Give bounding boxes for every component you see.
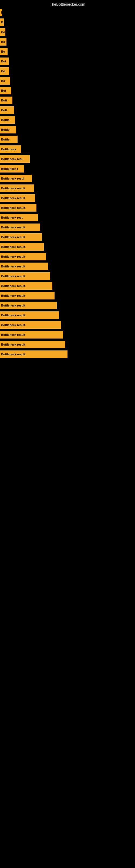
bar-row: B xyxy=(0,8,135,18)
bar-item: Bottleneck result xyxy=(0,262,48,270)
bar-label: Bottleneck result xyxy=(1,236,25,239)
bar-item: Bottleneck result xyxy=(0,272,50,280)
bar-item: Bot xyxy=(0,58,9,65)
bar-label: Bottleneck result xyxy=(1,314,25,317)
bar-row: Bottleneck result xyxy=(0,291,135,301)
bar-row: Bottle xyxy=(0,134,135,144)
bar-item: Bott xyxy=(0,106,14,114)
bar-row: Bottleneck resul xyxy=(0,174,135,183)
bar-label: Bott xyxy=(1,108,7,112)
bar-label: Bo xyxy=(1,50,5,53)
bar-label: Bottleneck xyxy=(1,148,16,151)
bar-row: Bottleneck result xyxy=(0,301,135,310)
bars-container: BBBoBoBoBotBoBoBotBottBottBottleBottleBo… xyxy=(0,8,135,359)
bar-label: Bottle xyxy=(1,118,9,122)
bar-item: Bottle xyxy=(0,126,16,133)
bar-row: Bottleneck result xyxy=(0,222,135,232)
bar-item: Bottleneck result xyxy=(0,331,63,339)
bar-item: Bottleneck result xyxy=(0,223,40,231)
bar-item: B xyxy=(0,9,2,16)
bar-row: Bottleneck resu xyxy=(0,154,135,164)
bar-label: Bottleneck resul xyxy=(1,177,24,180)
bar-item: Bottleneck result xyxy=(0,350,68,358)
bar-label: Bottleneck result xyxy=(1,352,25,356)
bar-item: Bottleneck resul xyxy=(0,175,32,182)
bar-item: Bottleneck xyxy=(0,145,21,153)
bar-label: Bottleneck result xyxy=(1,206,25,209)
bar-label: Bo xyxy=(1,79,5,83)
bar-label: Bottleneck result xyxy=(1,294,25,297)
bar-row: Bo xyxy=(0,46,135,56)
bar-label: Bottleneck result xyxy=(1,323,25,327)
bar-item: Bottle xyxy=(0,135,17,143)
bar-row: B xyxy=(0,18,135,27)
bar-item: Bottleneck result xyxy=(0,321,61,329)
bar-label: Bott xyxy=(1,99,7,102)
bar-item: Bottleneck result xyxy=(0,194,35,202)
bar-label: Bottleneck result xyxy=(1,275,25,278)
bar-item: Bo xyxy=(0,48,8,55)
bar-label: Bottle xyxy=(1,128,9,131)
bar-item: Bo xyxy=(0,67,9,75)
bar-item: Bottleneck result xyxy=(0,204,37,212)
bar-row: Bottleneck result xyxy=(0,183,135,193)
bar-row: Bot xyxy=(0,86,135,95)
bar-item: Bottleneck result xyxy=(0,302,57,309)
bar-item: Bottleneck result xyxy=(0,282,52,290)
bar-row: Bottleneck result xyxy=(0,193,135,203)
bar-row: Bottleneck result xyxy=(0,310,135,320)
bar-item: Bottleneck result xyxy=(0,341,65,348)
bar-item: Bottle xyxy=(0,116,15,124)
bar-item: Bottleneck result xyxy=(0,243,44,251)
bar-label: Bottleneck result xyxy=(1,255,25,258)
bar-label: Bo xyxy=(1,30,5,34)
bar-item: Bottleneck resu xyxy=(0,155,30,163)
bar-label: Bot xyxy=(1,89,6,92)
bar-item: Bott xyxy=(0,97,12,104)
bar-label: B xyxy=(1,11,2,14)
bar-label: Bottleneck r xyxy=(1,167,18,170)
bar-label: Bottleneck result xyxy=(1,284,25,287)
bar-row: Bottleneck result xyxy=(0,349,135,359)
bar-item: B xyxy=(0,19,4,26)
bar-row: Bottleneck result xyxy=(0,242,135,252)
bar-label: Bottle xyxy=(1,138,9,141)
bar-row: Bottleneck result xyxy=(0,271,135,281)
bar-label: Bo xyxy=(1,40,5,43)
bar-row: Bottleneck result xyxy=(0,261,135,271)
bar-label: B xyxy=(1,21,3,24)
bar-label: Bottleneck result xyxy=(1,226,25,229)
bar-row: Bottleneck result xyxy=(0,320,135,330)
bar-label: Bottleneck result xyxy=(1,343,25,346)
bar-row: Bo xyxy=(0,76,135,86)
bar-row: Bottle xyxy=(0,125,135,134)
bar-row: Bottleneck result xyxy=(0,281,135,291)
bar-label: Bottleneck result xyxy=(1,333,25,336)
bar-item: Bo xyxy=(0,38,6,45)
bar-label: Bottleneck result xyxy=(1,196,25,199)
bar-label: Bottleneck result xyxy=(1,187,25,190)
bar-row: Bottleneck xyxy=(0,144,135,154)
bar-row: Bottle xyxy=(0,115,135,125)
bar-row: Bottleneck result xyxy=(0,252,135,261)
bar-item: Bo xyxy=(0,28,5,36)
bar-row: Bottleneck result xyxy=(0,232,135,242)
bar-item: Bottleneck r xyxy=(0,165,24,173)
bar-label: Bottleneck result xyxy=(1,304,25,307)
bar-row: Bo xyxy=(0,66,135,76)
bar-item: Bottleneck resu xyxy=(0,214,38,221)
bar-item: Bottleneck result xyxy=(0,233,42,241)
bar-row: Bottleneck r xyxy=(0,164,135,174)
bar-row: Bo xyxy=(0,27,135,37)
bar-row: Bott xyxy=(0,95,135,105)
bar-row: Bo xyxy=(0,37,135,46)
bar-row: Bottleneck result xyxy=(0,340,135,349)
site-title: TheBottlenecker.com xyxy=(0,0,135,8)
bar-label: Bottleneck resu xyxy=(1,216,24,219)
bar-item: Bottleneck result xyxy=(0,184,34,192)
bar-row: Bottleneck resu xyxy=(0,213,135,222)
bar-row: Bottleneck result xyxy=(0,330,135,340)
bar-item: Bottleneck result xyxy=(0,311,59,319)
bar-label: Bo xyxy=(1,69,5,73)
bar-row: Bott xyxy=(0,105,135,115)
